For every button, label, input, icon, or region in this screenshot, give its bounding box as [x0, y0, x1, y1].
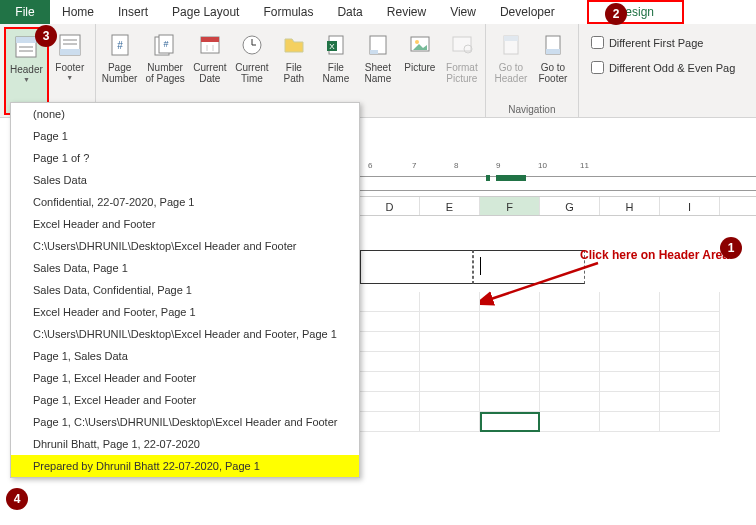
dropdown-item[interactable]: Sales Data — [11, 169, 359, 191]
svg-rect-27 — [453, 37, 471, 51]
ribbon-group-options: Different First Page Different Odd & Eve… — [579, 24, 756, 117]
sheet-name-button[interactable]: Sheet Name — [357, 27, 399, 115]
svg-rect-32 — [546, 49, 560, 54]
badge-2: 2 — [605, 3, 627, 25]
menu-page-layout[interactable]: Page Layout — [160, 0, 251, 24]
header-button-label: Header — [10, 64, 43, 75]
dropdown-item[interactable]: Page 1 — [11, 125, 359, 147]
svg-point-26 — [415, 40, 419, 44]
different-first-page-input[interactable] — [591, 36, 604, 49]
picture-icon — [406, 31, 434, 59]
dropdown-item[interactable]: Page 1 of ? — [11, 147, 359, 169]
worksheet-area: 6 7 8 9 10 11 D E F G H I — [360, 118, 756, 525]
dropdown-item[interactable]: Page 1, C:\Users\DHRUNIL\Desktop\Excel H… — [11, 411, 359, 433]
header-cell-left[interactable] — [360, 250, 473, 284]
svg-text:#: # — [164, 39, 169, 49]
grid-row[interactable] — [360, 332, 756, 352]
folder-icon — [280, 31, 308, 59]
svg-rect-14 — [201, 37, 219, 42]
menu-bar: File Home Insert Page Layout Formulas Da… — [0, 0, 756, 24]
dropdown-item[interactable]: Sales Data, Confidential, Page 1 — [11, 279, 359, 301]
excel-file-icon: X — [322, 31, 350, 59]
menu-formulas[interactable]: Formulas — [251, 0, 325, 24]
svg-rect-24 — [370, 50, 378, 54]
format-picture-button[interactable]: Format Picture — [441, 27, 483, 115]
menu-data[interactable]: Data — [325, 0, 374, 24]
footer-button-label: Footer — [55, 62, 84, 73]
format-picture-icon — [448, 31, 476, 59]
grid-row[interactable] — [360, 352, 756, 372]
different-odd-even-input[interactable] — [591, 61, 604, 74]
badge-4: 4 — [6, 488, 28, 510]
col-header-h[interactable]: H — [600, 197, 660, 215]
different-odd-even-checkbox[interactable]: Different Odd & Even Pag — [587, 58, 752, 77]
dropdown-item[interactable]: Excel Header and Footer, Page 1 — [11, 301, 359, 323]
go-to-header-icon — [497, 31, 525, 59]
svg-rect-5 — [60, 49, 80, 55]
svg-rect-1 — [16, 37, 36, 43]
ribbon-group-navigation: Go to Header Go to Footer Navigation — [486, 24, 579, 117]
dropdown-item[interactable]: Excel Header and Footer — [11, 213, 359, 235]
menu-developer[interactable]: Developer — [488, 0, 567, 24]
svg-rect-30 — [504, 36, 518, 41]
dropdown-item[interactable]: Confidential, 22-07-2020, Page 1 — [11, 191, 359, 213]
selected-cell[interactable] — [480, 412, 540, 432]
menu-review[interactable]: Review — [375, 0, 438, 24]
go-to-footer-icon — [539, 31, 567, 59]
file-tab[interactable]: File — [0, 0, 50, 24]
navigation-label: Navigation — [490, 102, 574, 115]
svg-text:#: # — [117, 40, 123, 51]
dropdown-item[interactable]: (none) — [11, 103, 359, 125]
annotation-arrow — [480, 258, 610, 308]
dropdown-item[interactable]: Page 1, Excel Header and Footer — [11, 389, 359, 411]
ruler: 6 7 8 9 10 11 — [360, 118, 756, 178]
badge-3: 3 — [35, 25, 57, 47]
grid-row[interactable] — [360, 412, 756, 432]
col-header-g[interactable]: G — [540, 197, 600, 215]
calendar-icon — [196, 31, 224, 59]
col-header-e[interactable]: E — [420, 197, 480, 215]
dropdown-item[interactable]: Page 1, Excel Header and Footer — [11, 367, 359, 389]
svg-text:X: X — [329, 42, 335, 51]
different-first-page-checkbox[interactable]: Different First Page — [587, 33, 752, 52]
number-of-pages-icon: # — [151, 31, 179, 59]
dropdown-item[interactable]: Page 1, Sales Data — [11, 345, 359, 367]
picture-button[interactable]: Picture — [399, 27, 441, 115]
page-number-icon: # — [106, 31, 134, 59]
dropdown-item[interactable]: Dhrunil Bhatt, Page 1, 22-07-2020 — [11, 433, 359, 455]
chevron-down-icon: ▼ — [66, 74, 73, 81]
badge-1: 1 — [720, 237, 742, 259]
annotation-text: Click here on Header Area — [580, 248, 729, 262]
menu-design[interactable]: Design — [587, 0, 684, 24]
col-header-f[interactable]: F — [480, 197, 540, 215]
footer-icon — [56, 31, 84, 59]
dropdown-item[interactable]: C:\Users\DHRUNIL\Desktop\Excel Header an… — [11, 323, 359, 345]
menu-home[interactable]: Home — [50, 0, 106, 24]
go-to-footer-button[interactable]: Go to Footer — [532, 27, 574, 102]
clock-icon — [238, 31, 266, 59]
grid[interactable] — [360, 292, 756, 432]
grid-row[interactable] — [360, 312, 756, 332]
menu-insert[interactable]: Insert — [106, 0, 160, 24]
col-header-d[interactable]: D — [360, 197, 420, 215]
dropdown-item[interactable]: C:\Users\DHRUNIL\Desktop\Excel Header an… — [11, 235, 359, 257]
sheet-icon — [364, 31, 392, 59]
chevron-down-icon: ▼ — [23, 76, 30, 83]
header-dropdown: (none) Page 1 Page 1 of ? Sales Data Con… — [10, 102, 360, 478]
dropdown-item-highlighted[interactable]: Prepared by Dhrunil Bhatt 22-07-2020, Pa… — [11, 455, 359, 477]
svg-line-33 — [488, 263, 598, 300]
column-headers: D E F G H I — [360, 196, 756, 216]
dropdown-item[interactable]: Sales Data, Page 1 — [11, 257, 359, 279]
go-to-header-button[interactable]: Go to Header — [490, 27, 532, 102]
grid-row[interactable] — [360, 392, 756, 412]
col-header-i[interactable]: I — [660, 197, 720, 215]
grid-row[interactable] — [360, 372, 756, 392]
menu-view[interactable]: View — [438, 0, 488, 24]
